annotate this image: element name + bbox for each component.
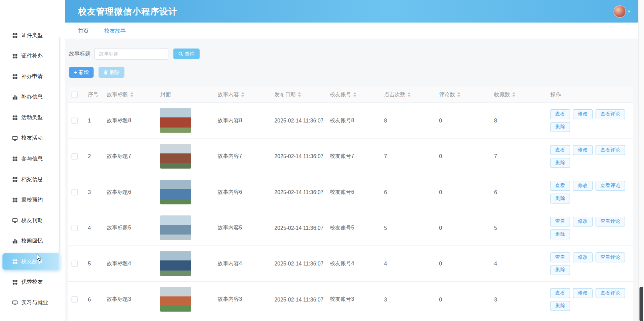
delete-row-button[interactable]: 删除	[550, 229, 570, 239]
column-actions: 操作	[547, 91, 633, 98]
chevron-down-icon: ▾	[628, 9, 630, 13]
sidebar-item-certificate-type[interactable]: 证件类型	[2, 27, 60, 44]
row-story-title: 故事标题7	[107, 152, 131, 160]
delete-row-button[interactable]: 删除	[550, 122, 570, 132]
row-checkbox[interactable]	[72, 225, 78, 231]
plus-icon: +	[74, 70, 77, 75]
sort-icons[interactable]	[512, 92, 516, 97]
user-menu[interactable]: ▾	[613, 5, 630, 17]
column-comments[interactable]: 评论数	[436, 91, 491, 98]
column-favorites[interactable]: 收藏数	[491, 91, 547, 98]
view-comments-button[interactable]: 查看评论	[596, 181, 625, 190]
grid-icon	[12, 33, 18, 38]
tab-alumni-stories[interactable]: 校友故事	[104, 27, 126, 34]
sidebar-item-participation-info[interactable]: 参与信息	[2, 150, 60, 167]
row-favorite-count: 4	[494, 260, 497, 266]
page-scrollbar-thumb[interactable]	[639, 287, 643, 321]
sidebar-item-alumni-stories[interactable]: 校友故事	[2, 253, 60, 270]
sidebar-item-outstanding-alumni[interactable]: 优秀校友	[2, 274, 60, 290]
edit-button[interactable]: 修改	[573, 145, 593, 155]
search-label: 故事标题	[69, 50, 90, 58]
cover-image	[160, 251, 191, 276]
view-comments-button[interactable]: 查看评论	[596, 109, 625, 119]
view-button[interactable]: 查看	[550, 252, 570, 262]
sort-icons[interactable]	[298, 92, 301, 97]
row-comment-count: 0	[439, 117, 442, 123]
view-comments-button[interactable]: 查看评论	[596, 216, 625, 226]
grid-icon	[12, 53, 18, 59]
sidebar-item-alumni-activity[interactable]: 校友活动	[2, 130, 60, 146]
column-content[interactable]: 故事内容	[214, 91, 271, 98]
view-comments-button[interactable]: 查看评论	[596, 288, 625, 298]
table-row: 6 故事标题3 故事内容3 2025-02-14 11:36:07 校友账号3 …	[68, 282, 633, 317]
sort-icons[interactable]	[407, 92, 411, 97]
row-alumni-account: 校友账号5	[330, 224, 354, 231]
sidebar-item-reissue-info[interactable]: 补办信息	[2, 89, 60, 105]
table-toolbar: + 新增 删除	[69, 67, 644, 78]
monitor-icon	[12, 300, 18, 305]
row-click-count: 4	[384, 260, 387, 266]
sidebar-item-internship-employment[interactable]: 实习与就业	[2, 294, 60, 311]
sidebar-item-certificate-reissue[interactable]: 证件补办	[2, 48, 60, 64]
grid-icon	[12, 197, 18, 203]
grid-icon	[12, 177, 18, 182]
column-clicks[interactable]: 点击次数	[381, 91, 436, 98]
view-button[interactable]: 查看	[550, 109, 570, 119]
query-button[interactable]: 查询	[173, 48, 200, 59]
table-row: 7 故事标题2 故事内容2 2025-02-14 11:36:07 校友账号2 …	[68, 317, 633, 321]
table-row: 2 故事标题7 故事内容7 2025-02-14 11:36:07 校友账号7 …	[68, 139, 633, 174]
row-favorite-count: 8	[494, 117, 497, 123]
row-checkbox[interactable]	[72, 153, 78, 159]
select-all-checkbox[interactable]	[72, 92, 78, 98]
row-number: 3	[88, 189, 91, 195]
row-comment-count: 0	[439, 153, 442, 159]
sidebar-scrollbar[interactable]	[59, 37, 61, 270]
sidebar-item-activity-type[interactable]: 活动类型	[2, 109, 60, 126]
row-checkbox[interactable]	[72, 117, 78, 123]
edit-button[interactable]: 修改	[573, 288, 593, 298]
row-number: 6	[88, 296, 91, 302]
grid-icon	[12, 259, 18, 264]
edit-button[interactable]: 修改	[573, 252, 593, 262]
row-click-count: 7	[384, 153, 387, 159]
cover-image	[160, 180, 191, 204]
sidebar-item-reissue-application[interactable]: 补办申请	[2, 68, 60, 85]
edit-button[interactable]: 修改	[573, 181, 593, 190]
view-button[interactable]: 查看	[550, 216, 570, 226]
sidebar-item-alumni-journal[interactable]: 校友刊期	[2, 212, 60, 229]
view-button[interactable]: 查看	[550, 145, 570, 155]
sort-icons[interactable]	[241, 92, 244, 97]
row-checkbox[interactable]	[72, 296, 78, 302]
sidebar-item-campus-memories[interactable]: 校园回忆	[2, 233, 60, 249]
view-button[interactable]: 查看	[550, 288, 570, 298]
view-comments-button[interactable]: 查看评论	[596, 145, 625, 155]
delete-row-button[interactable]: 删除	[550, 193, 570, 203]
sort-icons[interactable]	[353, 92, 357, 97]
edit-button[interactable]: 修改	[573, 109, 593, 119]
view-comments-button[interactable]: 查看评论	[596, 252, 625, 262]
row-comment-count: 0	[439, 260, 442, 266]
column-title[interactable]: 故事标题	[104, 91, 157, 98]
add-button[interactable]: + 新增	[69, 67, 94, 78]
row-checkbox[interactable]	[72, 260, 78, 266]
delete-row-button[interactable]: 删除	[550, 301, 570, 311]
row-actions: 查看修改查看评论删除	[550, 288, 628, 311]
sidebar-menu: 证件类型 证件补办 补办申请 补办信息 活动类型 校友活动 参与信息 档案信息 …	[0, 0, 65, 311]
avatar[interactable]	[613, 5, 626, 17]
row-checkbox[interactable]	[72, 189, 78, 195]
view-button[interactable]: 查看	[550, 181, 570, 190]
sidebar-item-return-visit-booking[interactable]: 返校预约	[2, 191, 60, 208]
sidebar-item-archive-info[interactable]: 档案信息	[2, 171, 60, 187]
page-scrollbar[interactable]	[638, 0, 644, 321]
delete-button[interactable]: 删除	[98, 67, 124, 78]
tab-home[interactable]: 首页	[78, 27, 89, 34]
edit-button[interactable]: 修改	[573, 216, 593, 226]
sort-icons[interactable]	[457, 92, 460, 97]
column-date[interactable]: 发布日期	[271, 91, 326, 98]
delete-row-button[interactable]: 删除	[550, 158, 570, 168]
delete-row-button[interactable]: 删除	[550, 265, 570, 275]
search-input[interactable]	[94, 48, 168, 60]
trash-icon	[104, 70, 108, 75]
sort-icons[interactable]	[130, 92, 133, 97]
column-account[interactable]: 校友账号	[326, 91, 380, 98]
